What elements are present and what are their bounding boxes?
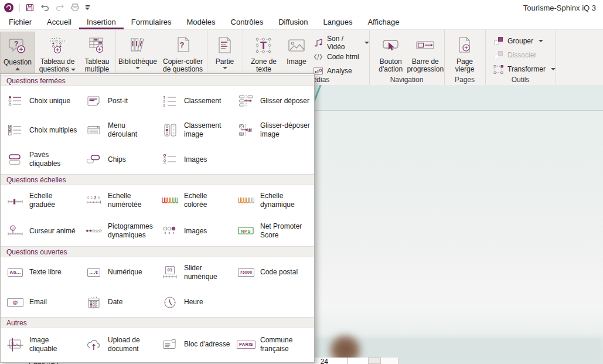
choix-unique-icon xyxy=(6,94,24,107)
tab-modeles[interactable]: Modèles xyxy=(179,16,223,29)
print-button[interactable] xyxy=(70,3,80,12)
son-video-label: Son / Vidéo xyxy=(327,35,359,51)
customize-toolbar-arrow-icon[interactable] xyxy=(85,5,90,10)
transformer-label: Transformer xyxy=(507,65,546,73)
group-label-navigation: Navigation xyxy=(369,76,444,84)
code-html-button[interactable]: Code html xyxy=(311,50,369,64)
tab-accueil[interactable]: Accueil xyxy=(39,16,79,29)
menu-item-images-fermees[interactable]: Images xyxy=(155,145,231,174)
menu-item-classement[interactable]: 1 3 2 Classement xyxy=(155,86,231,115)
menu-item-commune-francaise[interactable]: PARIS Commune française xyxy=(231,328,314,360)
menu-item-glisser-deposer[interactable]: Glisser déposer xyxy=(231,86,314,115)
menu-item-label: Slider numérique xyxy=(184,264,231,281)
section-title: Autres xyxy=(6,319,27,327)
svg-text:2: 2 xyxy=(94,196,97,200)
dropdown-arrow-icon xyxy=(135,67,140,69)
partie-label: Partie xyxy=(216,58,234,66)
echelle-dynamique-icon xyxy=(237,194,255,207)
tab-fichier[interactable]: Fichier xyxy=(1,16,39,29)
glisser-deposer-icon xyxy=(237,94,255,107)
tab-langues[interactable]: Langues xyxy=(316,16,360,29)
menu-item-net-promoter-score[interactable]: NPS Net Promoter Score xyxy=(231,216,314,246)
scrollbar-thumb[interactable] xyxy=(368,358,381,364)
post-it-icon xyxy=(85,94,103,107)
image-cliquable-icon xyxy=(6,338,24,352)
menu-item-echelle-coloree[interactable]: Echelle colorée xyxy=(155,185,231,216)
menu-item-label: Heure xyxy=(184,298,231,307)
menu-item-curseur-anime[interactable]: Curseur animé xyxy=(1,216,79,246)
menu-item-echelle-dynamique[interactable]: Echelle dynamique xyxy=(231,185,314,216)
menu-item-label: Curseur animé xyxy=(29,227,78,236)
echelle-numerotee-icon: 0 1 2 3 xyxy=(85,194,103,207)
pictogrammes-dynamiques-icon xyxy=(85,224,103,237)
menu-item-post-it[interactable]: Post-it xyxy=(79,86,155,115)
menu-item-chips[interactable]: Chips xyxy=(79,145,155,174)
barre-progression-label: Barre de progression xyxy=(406,58,444,73)
undo-button[interactable] xyxy=(40,3,50,12)
menu-item-label: Glisser déposer xyxy=(260,97,311,106)
images-icon xyxy=(161,153,179,166)
slider-numerique-badge: 01 xyxy=(165,266,175,274)
save-button[interactable] xyxy=(25,3,35,12)
redo-button[interactable] xyxy=(55,3,65,12)
menu-item-label: Texte libre xyxy=(29,268,78,277)
menu-item-choix-unique[interactable]: Choix unique xyxy=(1,86,79,115)
grouper-label: Grouper xyxy=(507,37,533,45)
tab-insertion[interactable]: Insertion xyxy=(79,16,124,29)
bouton-action-icon xyxy=(380,33,401,58)
menu-item-classement-image[interactable]: Classement image xyxy=(155,115,231,145)
menu-item-label: Bloc d'adresse xyxy=(184,340,231,349)
nps-icon: NPS xyxy=(237,224,255,237)
barre-progression-button[interactable]: Barre de progression xyxy=(406,32,444,83)
menu-item-slider-numerique[interactable]: 01 Slider numérique xyxy=(155,257,231,287)
menu-item-images-echelles[interactable]: Images xyxy=(155,216,231,246)
menu-item-image-cliquable[interactable]: Image cliquable xyxy=(1,328,79,360)
dissocier-icon xyxy=(493,50,504,60)
curseur-anime-icon xyxy=(6,224,24,237)
menu-item-upload-de-document[interactable]: Upload de document xyxy=(79,328,155,360)
menu-item-glisser-deposer-image[interactable]: Glisser-déposer image xyxy=(231,115,314,145)
menu-item-label: Choix unique xyxy=(29,97,78,106)
dissocier-button[interactable]: Dissocier xyxy=(491,48,556,62)
page-vierge-label: Page vierge xyxy=(448,58,482,73)
menu-item-numerique[interactable]: ....€ Numérique xyxy=(79,257,155,287)
bouton-action-button[interactable]: Bouton d'action xyxy=(375,32,406,83)
tab-controles[interactable]: Contrôles xyxy=(223,16,271,29)
photo-sky-band xyxy=(315,85,603,111)
menu-item-date[interactable]: Date xyxy=(79,287,155,317)
menu-item-echelle-numerotee[interactable]: 0 1 2 3 Echelle numérotée xyxy=(79,185,155,216)
page-vierge-button[interactable]: Page vierge xyxy=(448,32,482,83)
menu-item-email[interactable]: @ Email xyxy=(1,287,79,317)
menu-item-label: Images xyxy=(184,227,231,236)
menu-item-menu-deroulant[interactable]: Menu déroulant xyxy=(79,115,155,145)
svg-text:3: 3 xyxy=(163,100,166,103)
menu-item-label: Post-it xyxy=(108,97,155,106)
menu-item-label: Echelle colorée xyxy=(184,192,231,209)
commune-francaise-icon: PARIS xyxy=(237,341,255,349)
tab-diffusion[interactable]: Diffusion xyxy=(271,16,315,29)
menu-item-label: Pictogrammes dynamiques xyxy=(108,222,155,240)
transformer-icon xyxy=(493,64,504,74)
ribbon-group-outils: Grouper Dissocier xyxy=(485,30,556,85)
son-video-icon xyxy=(313,38,323,48)
menu-item-pictogrammes-dynamiques[interactable]: Pictogrammes dynamiques xyxy=(79,216,155,246)
menu-item-heure[interactable]: Heure xyxy=(155,287,231,317)
menu-item-echelle-graduee[interactable]: Echelle graduée xyxy=(1,185,79,216)
menu-item-texte-libre[interactable]: Ab... Texte libre xyxy=(1,257,79,287)
transformer-button[interactable]: Transformer xyxy=(491,62,556,76)
son-video-button[interactable]: Son / Vidéo xyxy=(311,36,369,50)
tab-formulaires[interactable]: Formulaires xyxy=(124,16,179,29)
date-icon xyxy=(85,296,103,309)
grouper-button[interactable]: Grouper xyxy=(491,34,556,48)
tab-affichage[interactable]: Affichage xyxy=(360,16,407,29)
menu-item-choix-multiples[interactable]: Choix multiples xyxy=(1,115,79,145)
menu-item-bloc-adresse[interactable]: Bloc d'adresse xyxy=(155,328,231,360)
menu-item-code-postal[interactable]: 76000 Code postal xyxy=(231,257,314,287)
menu-item-paves-cliquables[interactable]: Pavés cliquables xyxy=(1,145,79,174)
tableau-multiple-label: Tableau multiple xyxy=(80,58,114,73)
classement-image-icon xyxy=(161,124,179,137)
menu-item-label: Upload de document xyxy=(108,336,155,353)
slider-numerique-icon: 01 xyxy=(161,266,179,279)
question-icon: ? xyxy=(7,34,28,59)
page-vierge-icon xyxy=(455,33,475,58)
